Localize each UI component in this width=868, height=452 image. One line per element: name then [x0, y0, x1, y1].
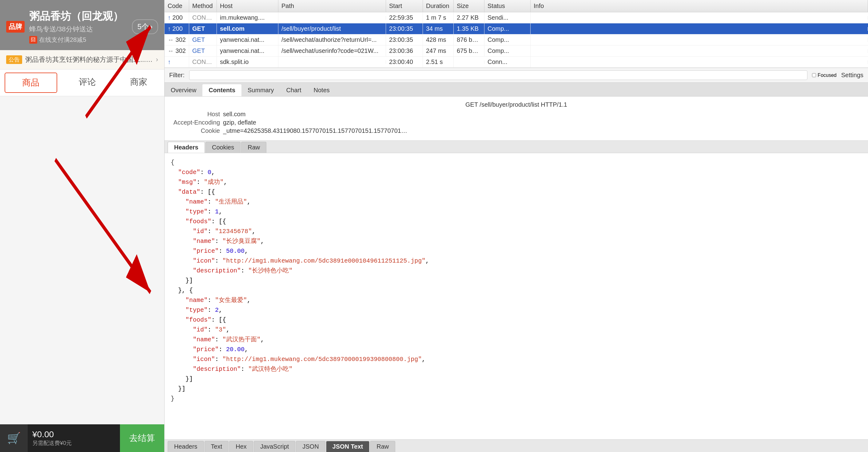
count-badge[interactable]: 5个 › [132, 20, 158, 34]
format-tab-headers[interactable]: Headers [167, 441, 204, 452]
focused-checkbox[interactable] [812, 73, 816, 77]
row-duration: 247 ms [423, 45, 454, 56]
announcement-bar[interactable]: 公告 粥品香坊其烹饪粥料的秘方源于中国工...法，在融和现代制工... › [0, 50, 164, 69]
filter-bar: Filter: Focused Settings [164, 68, 868, 83]
json-line: }, { [171, 286, 862, 295]
network-table-header: Code Method Host Path Start Duration Siz… [164, 0, 868, 12]
json-line: "msg": "成功", [171, 177, 862, 187]
json-line: } [171, 394, 862, 404]
host-row: Host sell.com [171, 111, 862, 118]
row-status: Conn... [485, 57, 531, 67]
json-line: "description": "武汉特色小吃" [171, 364, 862, 374]
checkout-button[interactable]: 去结算 [120, 424, 164, 452]
sub-tab-cookies[interactable]: Cookies [206, 142, 241, 153]
filter-label: Filter: [169, 72, 185, 79]
json-line: "icon": "http://img1.mukewang.com/5dc389… [171, 256, 862, 266]
row-method: CONNECT [189, 12, 217, 23]
brand-sub: 蜂鸟专送/38分钟送达 [29, 25, 127, 34]
row-info [531, 16, 868, 20]
row-path: /sell/buyer/product/list [278, 23, 386, 34]
format-tab-raw[interactable]: Raw [370, 441, 395, 452]
col-duration: Duration [423, 0, 454, 12]
sub-tab-headers[interactable]: Headers [167, 142, 205, 153]
request-line: GET /sell/buyer/product/list HTTP/1.1 [171, 101, 862, 108]
tab-merchant[interactable]: 商家 [113, 69, 164, 96]
network-row[interactable]: ↔ 302 GET yanwencai.nat... /sell/wechat/… [164, 45, 868, 57]
cookie-row: Cookie _utme=42625358.43119080.157707015… [171, 127, 862, 134]
row-method: GET [189, 34, 217, 45]
json-line: "foods": [{ [171, 315, 862, 325]
col-method: Method [189, 0, 217, 12]
json-line: "type": 2, [171, 305, 862, 315]
app-header: 品牌 粥品香坊（回龙观） 蜂鸟专送/38分钟送达 囧 在线支付满28减5 5个 … [0, 0, 164, 50]
row-duration: 2.51 s [423, 57, 454, 67]
filter-input[interactable] [189, 70, 807, 80]
network-table: Code Method Host Path Start Duration Siz… [164, 0, 868, 68]
tab-summary[interactable]: Summary [242, 84, 280, 96]
network-row[interactable]: ↑ 200 CONNECT im.mukewang.... 22:59:35 1… [164, 12, 868, 23]
row-path [278, 16, 386, 20]
count-text: 5个 [137, 22, 149, 32]
count-arrow-icon: › [150, 23, 153, 31]
cart-icon-wrap[interactable]: 🛒 [0, 424, 28, 452]
row-start: 23:00:35 [386, 34, 423, 45]
focused-checkbox-wrap: Focused [812, 72, 836, 78]
network-row[interactable]: ↑ CONNECT sdk.split.io 23:00:40 2.51 s C… [164, 57, 868, 68]
format-tab-json-text[interactable]: JSON Text [326, 441, 370, 452]
json-line: }] [171, 374, 862, 384]
row-host: im.mukewang.... [217, 12, 278, 23]
json-line: "name": "女生最爱", [171, 295, 862, 305]
json-line: "data": [{ [171, 187, 862, 197]
row-host: sell.com [217, 23, 278, 34]
tab-reviews[interactable]: 评论 [62, 69, 113, 96]
settings-button[interactable]: Settings [841, 72, 863, 79]
col-size: Size [454, 0, 485, 12]
tab-overview[interactable]: Overview [164, 84, 203, 96]
json-line: "icon": "http://img1.mukewang.com/5dc389… [171, 355, 862, 364]
announcement-arrow-icon: › [156, 56, 158, 64]
row-size: 2.27 KB [454, 12, 485, 23]
row-method: CONNECT [189, 57, 217, 67]
host-value: sell.com [223, 111, 245, 118]
brand-coupon: 囧 在线支付满28减5 [29, 36, 127, 44]
row-start: 23:00:36 [386, 45, 423, 56]
network-row[interactable]: ↔ 302 GET yanwencai.nat... /sell/wechat/… [164, 34, 868, 45]
json-line: { [171, 158, 862, 168]
json-line: "type": 1, [171, 207, 862, 217]
format-tab-javascript[interactable]: JavaScript [254, 441, 295, 452]
row-host: yanwencai.nat... [217, 34, 278, 45]
row-size: 876 bytes [454, 34, 485, 45]
tab-chart[interactable]: Chart [280, 84, 308, 96]
detail-tabs: Overview Contents Summary Chart Notes [164, 83, 868, 97]
json-line: "price": 20.00, [171, 345, 862, 355]
host-label: Host [171, 111, 220, 118]
tab-notes[interactable]: Notes [308, 84, 336, 96]
bottom-bar: 🛒 ¥0.00 另需配送费¥0元 去结算 [0, 424, 164, 452]
encoding-value: gzip, deflate [223, 119, 256, 126]
row-size: 675 bytes [454, 45, 485, 56]
row-path: /sell/wechat/authorize?returnUrl=... [278, 34, 386, 45]
row-icon: ↔ 302 [164, 34, 189, 45]
sub-tab-raw[interactable]: Raw [241, 142, 267, 153]
format-tab-hex[interactable]: Hex [229, 441, 253, 452]
row-info [531, 38, 868, 42]
delivery-fee: 另需配送费¥0元 [32, 440, 115, 447]
json-line: "price": 50.00, [171, 246, 862, 256]
row-host: sdk.split.io [217, 57, 278, 67]
json-line: "foods": [{ [171, 217, 862, 227]
json-line: "name": "武汉热干面", [171, 335, 862, 345]
coupon-text: 在线支付满28减5 [39, 36, 86, 44]
col-code: Code [164, 0, 189, 12]
row-icon: ↑ 200 [164, 12, 189, 23]
json-line: "id": "12345678", [171, 227, 862, 236]
network-row-highlighted[interactable]: ↑ 200 GET sell.com /sell/buyer/product/l… [164, 23, 868, 34]
format-tab-text[interactable]: Text [205, 441, 229, 452]
col-host: Host [217, 0, 278, 12]
row-icon: ↑ 200 [164, 23, 189, 34]
row-start: 23:00:35 [386, 23, 423, 34]
tab-products[interactable]: 商品 [5, 72, 57, 93]
row-path [278, 60, 386, 64]
tab-contents[interactable]: Contents [203, 84, 242, 96]
format-tab-json[interactable]: JSON [296, 441, 325, 452]
brand-badge: 品牌 [6, 21, 25, 33]
